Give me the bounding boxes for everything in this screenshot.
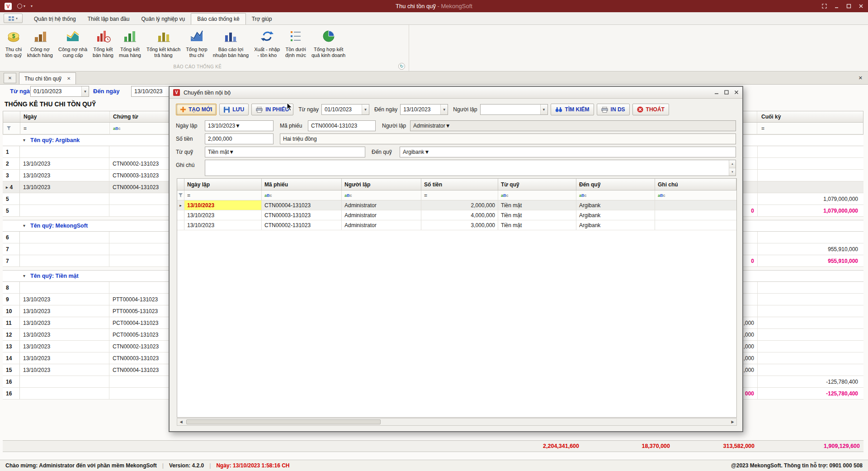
cell-date: 13/10/2023 [20, 317, 109, 328]
collapse-icon[interactable]: ▾ [23, 138, 25, 143]
ribbon-tab-bao-cao-thong-ke[interactable]: Báo cáo thống kê [191, 13, 245, 24]
ribbon-item-cong-no-nha-cung-cap[interactable]: Công nợ nhà cung cấp [56, 27, 90, 60]
filter-funnel-icon [3, 123, 20, 134]
column-header-date[interactable]: Ngày [20, 111, 110, 122]
app-menu-button[interactable]: ▾ [4, 14, 23, 23]
dialog-to-date-picker[interactable]: 13/10/2023▼ [400, 104, 448, 115]
horizontal-scrollbar[interactable]: ◀ ▶ [177, 418, 737, 426]
grid-column-header[interactable]: Đến quỹ [576, 179, 655, 190]
toolbar-customize-icon[interactable]: ▾ [31, 4, 33, 8]
amount-words-field: Hai triệu đồng [280, 133, 736, 144]
ribbon-item-ton-duoi-dinh-muc[interactable]: Tồn dưới định mức [283, 27, 309, 60]
transfer-row[interactable]: ▸13/10/2023CTN00004-131023Administrator2… [177, 200, 736, 210]
tab-close-icon[interactable]: ✕ [67, 76, 71, 81]
close-all-tabs-button[interactable]: ✕ [4, 73, 16, 83]
dialog-maximize-icon[interactable] [724, 90, 729, 96]
fullscreen-icon[interactable] [822, 4, 827, 9]
mouse-cursor [287, 102, 293, 113]
ribbon-item-tong-hop-thu-chi[interactable]: Tổng hợp thu chi [183, 27, 210, 60]
close-document-icon[interactable]: ✕ [859, 75, 864, 81]
status-welcome: Chào mừng: Administrator đến với phần mề… [5, 462, 157, 469]
business-result-pie-icon [321, 29, 336, 45]
new-button[interactable]: TẠO MỚI [176, 104, 217, 115]
cell-closing [757, 170, 861, 181]
code-input[interactable]: CTN00004-131023 [308, 120, 376, 131]
grid-filter-cell[interactable]: aBc [498, 190, 576, 200]
grid-column-header[interactable]: Ngày lập [184, 179, 262, 190]
ribbon-group-launcher-icon[interactable]: ↻ [398, 63, 405, 70]
grid-filter-cell[interactable]: aBc [342, 190, 421, 200]
ribbon-tab-tro-giup[interactable]: Trợ giúp [246, 13, 278, 24]
ribbon-item-thu-chi-ton-quy[interactable]: $ Thu chi tồn quỹ [3, 27, 24, 60]
cell-closing [757, 282, 861, 293]
grid-filter-cell[interactable]: aBc [655, 190, 736, 200]
minimize-icon[interactable] [834, 4, 839, 9]
date-input[interactable]: 13/10/2023▼ [205, 120, 274, 131]
transfer-row[interactable]: 13/10/2023CTN00002-131023Administrator3,… [177, 220, 736, 230]
amount-input[interactable]: 2,000,000 [205, 133, 274, 144]
cell-closing: -125,780,400 [757, 376, 861, 387]
cell-num: 7 [3, 243, 20, 255]
cell-date [20, 255, 109, 266]
ribbon-tab-quan-tri-he-thong[interactable]: Quản trị hệ thống [28, 13, 82, 24]
to-fund-select[interactable]: Argibank▼ [400, 147, 736, 157]
ribbon-item-cong-no-khach-hang[interactable]: Công nợ khách hàng [24, 27, 56, 60]
dialog-creator-filter-combo[interactable]: ▼ [480, 104, 548, 115]
cell-date [20, 205, 109, 216]
search-button[interactable]: TÌM KIẾM [551, 104, 594, 115]
ribbon-item-bao-cao-loi-nhuan-ban-hang[interactable]: Báo cáo lợi nhuận bán hàng [210, 27, 252, 60]
maximize-icon[interactable] [846, 4, 851, 9]
dialog-from-date-picker[interactable]: 01/10/2023▼ [321, 104, 369, 115]
grid-filter-cell[interactable]: aBc [576, 190, 655, 200]
grid-column-header[interactable]: Người lập [342, 179, 421, 190]
cell-date [20, 146, 109, 157]
grid-column-header[interactable]: Mã phiếu [262, 179, 342, 190]
column-header-closing[interactable]: Cuối kỳ [757, 111, 861, 122]
doc-tab-thu-chi-ton-quy[interactable]: Thu chi tồn quỹ ✕ [19, 72, 76, 84]
transfer-row[interactable]: 13/10/2023CTN00003-131023Administrator4,… [177, 210, 736, 220]
grid-filter-cell[interactable]: = [184, 190, 262, 200]
form-row-1: Ngày lập 13/10/2023▼ Mã phiếu CTN00004-1… [176, 120, 736, 131]
ribbon-tab-bar: ▾ Quản trị hệ thống Thiết lập ban đầu Qu… [0, 12, 868, 25]
note-input[interactable]: ▲▼ [205, 160, 736, 176]
filter-closing-cell[interactable]: = [757, 123, 861, 134]
ribbon-tab-thiet-lap-ban-dau[interactable]: Thiết lập ban đầu [82, 13, 136, 24]
quick-access-menu[interactable]: ▾ [17, 4, 25, 9]
grid-column-header[interactable]: Số tiền [421, 179, 498, 190]
grid-column-header[interactable]: Ghi chú [655, 179, 736, 190]
print-list-button[interactable]: IN DS [597, 104, 630, 115]
exit-button[interactable]: THOÁT [632, 104, 669, 115]
grid-column-header[interactable]: Từ quỹ [498, 179, 576, 190]
from-fund-select[interactable]: Tiền mặt▼ [205, 147, 365, 157]
dialog-titlebar[interactable]: V Chuyển tiền nội bộ [170, 87, 742, 99]
ribbon-item-tong-ket-mua-hang[interactable]: Tổng kết mua hàng [116, 27, 144, 60]
grid-filter-cell[interactable]: = [421, 190, 498, 200]
form-row-2: Số tiền 2,000,000 Hai triệu đồng [176, 133, 736, 144]
ribbon-item-tong-hop-ket-qua-kinh-doanh[interactable]: Tổng hợp kết quả kinh doanh [309, 27, 348, 60]
grid-cell: Argibank [576, 210, 655, 220]
scroll-left-icon[interactable]: ◀ [177, 419, 185, 425]
ribbon-item-tong-ket-ban-hang[interactable]: Tổng kết bán hàng [90, 27, 116, 60]
creator-input[interactable]: Administrator▼ [410, 120, 736, 131]
grid-filter-cell[interactable]: aBc [262, 190, 342, 200]
report-totals-row: 2,204,341,600 18,370,000 313,582,000 1,9… [3, 440, 863, 452]
chevron-down-icon[interactable]: ▼ [81, 86, 89, 96]
ribbon-item-xuat-nhap-ton-kho[interactable]: Xuất - nhập - tồn kho [251, 27, 283, 60]
cell-closing: 955,910,000 [757, 255, 861, 266]
ribbon-tab-quan-ly-nghiep-vu[interactable]: Quản lý nghiệp vụ [135, 13, 191, 24]
save-button[interactable]: LƯU [219, 104, 249, 115]
scrollbar-thumb[interactable] [186, 419, 381, 424]
close-icon[interactable] [859, 4, 863, 9]
grid-cell: 13/10/2023 [184, 220, 262, 230]
cell-num: 6 [3, 232, 20, 243]
grid-cell: 13/10/2023 [184, 210, 262, 220]
collapse-icon[interactable]: ▾ [23, 223, 25, 228]
scroll-right-icon[interactable]: ▶ [729, 419, 736, 425]
collapse-icon[interactable]: ▾ [23, 273, 25, 278]
dialog-minimize-icon[interactable] [714, 90, 719, 96]
ribbon-item-tong-ket-khach-tra-hang[interactable]: Tổng kết khách trả hàng [144, 27, 183, 60]
filter-date-cell[interactable]: = [20, 123, 110, 134]
report-from-date-picker[interactable]: 01/10/2023▼ [30, 86, 89, 97]
spinner-icons[interactable]: ▲▼ [729, 160, 736, 176]
dialog-close-icon[interactable] [734, 90, 739, 96]
